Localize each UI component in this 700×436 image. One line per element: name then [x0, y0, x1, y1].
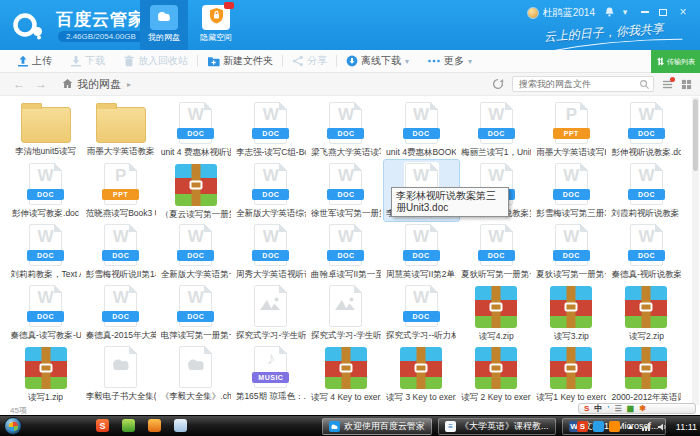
- search-icon[interactable]: [639, 79, 650, 92]
- back-arrow-icon[interactable]: ←: [8, 77, 30, 91]
- file-name: 夏狄读写第一册第~...: [536, 269, 606, 279]
- minimize-button[interactable]: [636, 5, 654, 19]
- tab-my-drive[interactable]: 我的网盘: [140, 0, 188, 50]
- file-item[interactable]: WDOC秦德真-视听说教案~...: [609, 221, 684, 282]
- file-item[interactable]: WDOC秦德真-2015年大英...: [83, 282, 158, 343]
- file-item[interactable]: 读写 3 Key to exer...: [384, 343, 459, 404]
- taskbar-clock[interactable]: 11:11: [676, 422, 697, 432]
- file-item[interactable]: （夏云读写第一册第...: [158, 160, 233, 221]
- file-item[interactable]: 读写1.zip: [8, 343, 83, 404]
- security-tray-icon[interactable]: [609, 421, 620, 432]
- file-item[interactable]: PPPT范晓燕读写Book3 U...: [83, 160, 158, 221]
- ime-icon-3[interactable]: ☰: [615, 404, 622, 413]
- file-item[interactable]: WDOC探究式学习--听力材...: [384, 282, 459, 343]
- refresh-icon[interactable]: [492, 78, 504, 90]
- doc-file-icon: WDOC: [630, 224, 663, 266]
- ime-icon-1[interactable]: 中: [594, 404, 602, 413]
- ime-icon-0[interactable]: S: [584, 404, 589, 413]
- file-name: 读写1 Key to exerci...: [536, 392, 606, 402]
- zip-archive-icon: [475, 286, 517, 328]
- tab-hidden-space[interactable]: 隐藏空间: [192, 0, 240, 50]
- file-item[interactable]: WDOC全新版大学英语综合...: [233, 160, 308, 221]
- file-item[interactable]: ♪MUSIC第165期 琼瑶色：...: [233, 343, 308, 404]
- file-item[interactable]: 探究式学习-学生听力...: [308, 282, 383, 343]
- toolbar-button-new-folder[interactable]: 新建文件夹: [198, 50, 282, 72]
- taskbar-task-button[interactable]: 欢迎使用百度云管家: [322, 418, 432, 435]
- filename-tooltip: 李彩林视听说教案第三册Unit3.doc: [391, 187, 509, 217]
- sogou-ime-bar[interactable]: S中’☰▦✱: [578, 403, 696, 414]
- file-item[interactable]: WDOC夏狄听写第一册第~...: [459, 221, 534, 282]
- file-item[interactable]: 探究式学习-学生听力...: [233, 282, 308, 343]
- quicklaunch-app-orange-icon[interactable]: [148, 419, 161, 432]
- file-item[interactable]: WDOC梅丽兰读写1，Unit1...: [459, 99, 534, 160]
- menu-chevron-icon[interactable]: ▾: [616, 5, 634, 19]
- file-item[interactable]: 读写3.zip: [534, 282, 609, 343]
- search-input[interactable]: [513, 79, 633, 89]
- file-item[interactable]: 李清地unit5读写: [8, 99, 83, 160]
- file-item[interactable]: 读写 2 Key to exerci...: [459, 343, 534, 404]
- file-item[interactable]: PPPT雨墨大学英语读写II ...: [534, 99, 609, 160]
- file-name: 电萍读写第一册第一...: [161, 330, 231, 340]
- file-item[interactable]: WDOC彭雪梅视听说II第1单...: [83, 221, 158, 282]
- start-button[interactable]: [4, 417, 22, 435]
- file-item[interactable]: WDOC周慧英读写II第2单元4...: [384, 221, 459, 282]
- transfer-arrows-icon: [656, 56, 665, 68]
- file-item[interactable]: WDOC夏狄读写第一册第~...: [534, 221, 609, 282]
- file-item[interactable]: 2000-2012年英语四...: [609, 343, 684, 404]
- file-item[interactable]: WDOC彭伸视听说教案.doc: [609, 99, 684, 160]
- quicklaunch-photo-viewer-icon[interactable]: [174, 419, 187, 432]
- file-item[interactable]: 读写4.zip: [459, 282, 534, 343]
- network-icon[interactable]: [641, 421, 652, 432]
- toolbar-button-upload[interactable]: 上传: [8, 50, 61, 72]
- quicklaunch-app-green-icon[interactable]: [122, 419, 135, 432]
- forward-arrow-icon[interactable]: →: [30, 77, 52, 91]
- file-item[interactable]: WDOC曲翰卓读写II第一至...: [308, 221, 383, 282]
- close-button[interactable]: ×: [674, 5, 692, 19]
- vertical-scrollbar[interactable]: [692, 97, 699, 405]
- file-item[interactable]: 读写2.zip: [609, 282, 684, 343]
- file-item[interactable]: WDOC彭伸读写教案.doc: [8, 160, 83, 221]
- ime-icon-2[interactable]: ’: [607, 404, 609, 413]
- file-item[interactable]: WDOC刘莉莉教案，Text A...: [8, 221, 83, 282]
- toolbar: 上传下载放入回收站新建文件夹分享离线下载▾更多▾ 传输列表: [0, 50, 700, 73]
- breadcrumb[interactable]: 我的网盘 ▸: [62, 77, 131, 92]
- ime-icon-4[interactable]: ▦: [627, 404, 635, 413]
- zip-archive-icon: [550, 347, 592, 389]
- quicklaunch-sogou-icon[interactable]: S: [96, 419, 109, 432]
- maximize-button[interactable]: [654, 5, 672, 19]
- grid-view-icon[interactable]: [681, 79, 692, 90]
- zip-archive-icon: [625, 347, 667, 389]
- scrollbar-thumb[interactable]: [693, 99, 698, 171]
- file-item[interactable]: WDOC秦德真-读写教案-U1...: [8, 282, 83, 343]
- show-hidden-icons-arrow[interactable]: ▴: [625, 421, 636, 432]
- file-item[interactable]: WDOC李志强-读写C组-Boo...: [233, 99, 308, 160]
- file-item[interactable]: 《李毅大全集》.chm: [158, 343, 233, 404]
- transfer-list-button[interactable]: 传输列表: [651, 50, 700, 73]
- file-item[interactable]: WDOC全新版大学英语第一...: [158, 221, 233, 282]
- toolbar-button-share: 分享: [283, 50, 336, 72]
- file-item[interactable]: 雨墨大学英语教案: [83, 99, 158, 160]
- img-file-icon: [254, 285, 287, 327]
- file-item[interactable]: WDOC电萍读写第一册第一...: [158, 282, 233, 343]
- sogou-tray-icon[interactable]: S: [577, 421, 588, 432]
- file-item[interactable]: 李毅电子书大全集(34...: [83, 343, 158, 404]
- ime-icon-5[interactable]: ✱: [639, 404, 646, 413]
- file-item[interactable]: 读写 4 Key to exer...: [308, 343, 383, 404]
- file-item[interactable]: WDOCunit 4费惠林BOOK3...: [384, 99, 459, 160]
- upload-icon: [17, 55, 29, 67]
- file-item[interactable]: WDOC刘霞莉视听说教案 ...: [609, 160, 684, 221]
- file-item[interactable]: WDOC周秀大学英语视听说...: [233, 221, 308, 282]
- toolbar-button-offline-download[interactable]: 离线下载▾: [337, 50, 418, 72]
- taskbar-task-button[interactable]: ≡《大学英语》课程教...: [438, 418, 556, 435]
- file-item[interactable]: WDOC彭雪梅读写第三册3...: [534, 160, 609, 221]
- user-account[interactable]: 杜鹃蓝2014: [527, 6, 595, 20]
- file-item[interactable]: WDOCunit 4 费惠林视听说...: [158, 99, 233, 160]
- toolbar-button-more[interactable]: 更多▾: [418, 50, 481, 72]
- list-view-icon[interactable]: [662, 79, 673, 90]
- download-icon: [70, 55, 82, 67]
- file-item[interactable]: 读写1 Key to exerci...: [534, 343, 609, 404]
- messenger-tray-icon[interactable]: [593, 421, 604, 432]
- volume-icon[interactable]: [657, 421, 668, 432]
- file-item[interactable]: WDOC徐世军读写第一册第...: [308, 160, 383, 221]
- file-item[interactable]: WDOC梁飞燕大学英语读写...: [308, 99, 383, 160]
